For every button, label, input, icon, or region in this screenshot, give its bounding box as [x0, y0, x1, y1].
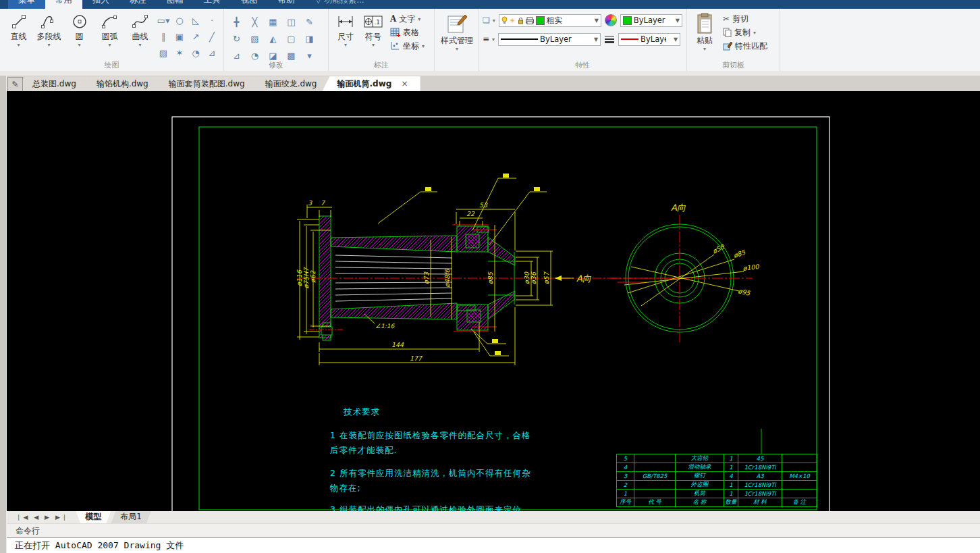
- text-button[interactable]: A 文字▾: [390, 12, 425, 26]
- doc-tab-assembly[interactable]: 总装图.dwg: [18, 76, 88, 91]
- point-icon[interactable]: ·: [204, 12, 220, 28]
- function-search-input[interactable]: 功能搜索...: [324, 0, 374, 9]
- symbol-button[interactable]: .1 符号▾: [359, 12, 387, 47]
- style-manager-button[interactable]: 样式管理▾: [438, 12, 476, 51]
- bom-row-cell: A3: [738, 472, 782, 481]
- bom-row-cell: [782, 481, 817, 490]
- table-button[interactable]: + 表格: [390, 26, 425, 39]
- linetype-dropdown[interactable]: ByLayer ▼: [498, 33, 601, 46]
- command-line-input[interactable]: 正在打开 AutoCAD 2007 Drawing 文件: [7, 537, 980, 553]
- multiline-icon[interactable]: ∥: [155, 28, 171, 45]
- move-icon[interactable]: ╋: [227, 14, 246, 30]
- construction-line-icon[interactable]: ╱: [204, 28, 220, 45]
- color-value: ByLayer: [634, 16, 665, 25]
- bom-row-cell: [634, 454, 676, 463]
- layer-name: 粗实: [547, 16, 562, 26]
- bom-row-cell: [782, 490, 817, 498]
- linetype-sample: [501, 38, 538, 40]
- doc-tab-auger[interactable]: 输面绞龙.dwg: [250, 76, 329, 91]
- bom-row-cell: 1Cr18Ni9Ti: [738, 463, 782, 472]
- doc-tab-barrel-active[interactable]: 输面机筒.dwg ×: [323, 76, 420, 91]
- layer-dropdown-caret[interactable]: ▼: [595, 18, 599, 24]
- circle-label: 圆: [76, 31, 84, 43]
- layer-dropdown[interactable]: ☀ 粗实 ▼: [499, 14, 601, 27]
- document-tab-bar: 总装图.dwg 输馅机构.dwg 输面套筒装配图.dwg 输面绞龙.dwg 输面…: [0, 76, 980, 91]
- bom-row-cell: 机筒: [676, 490, 724, 498]
- polyline-button[interactable]: 多段线▾: [34, 12, 64, 47]
- ribbon-tab-help[interactable]: 帮助: [268, 0, 305, 9]
- drawing-canvas[interactable]: 3 7 53 22 ø116 ø75H7 ø62 ø73 ø48f6 ø85 ø…: [7, 91, 980, 511]
- ribbon-tab-view[interactable]: 视图: [231, 0, 268, 9]
- lineweight-icon[interactable]: [604, 35, 615, 43]
- spline-button[interactable]: 曲线▾: [125, 12, 155, 47]
- ribbon-tab-annotate[interactable]: 标注: [119, 0, 157, 9]
- doc-tab-label: 输面绞龙.dwg: [265, 79, 317, 88]
- match-properties-label: 特性匹配: [735, 41, 767, 52]
- svg-text:22: 22: [466, 210, 475, 217]
- lineweight-dropdown-caret[interactable]: ▼: [674, 36, 678, 43]
- bom-row-cell: [782, 463, 817, 472]
- array-icon[interactable]: ▦: [264, 14, 282, 30]
- layout1-tab[interactable]: 布局1: [111, 511, 151, 523]
- close-tab-icon[interactable]: ×: [402, 79, 408, 88]
- polyline-label: 多段线: [37, 31, 61, 43]
- paste-button[interactable]: 粘贴▾: [690, 12, 719, 51]
- circle-button[interactable]: 圆▾: [64, 12, 94, 47]
- doc-tab-filling-mech[interactable]: 输馅机构.dwg: [82, 76, 161, 91]
- doc-tab-label: 总装图.dwg: [32, 79, 76, 88]
- bom-row: 4滑动轴承11Cr18Ni9Ti: [617, 463, 817, 472]
- hatch-icon[interactable]: ▨: [155, 45, 171, 61]
- boundary-icon[interactable]: ⊿: [204, 45, 220, 61]
- copy-object-icon[interactable]: ◫: [282, 14, 300, 30]
- arc-button[interactable]: 圆弧▾: [94, 12, 125, 47]
- dimension-button[interactable]: 尺寸▾: [332, 12, 359, 47]
- bom-row-cell: [634, 463, 676, 472]
- rotate-icon[interactable]: ↻: [227, 30, 246, 47]
- left-dock-strip: [0, 76, 7, 553]
- ribbon-edge: [0, 71, 980, 76]
- region-icon[interactable]: ▣: [171, 28, 188, 45]
- cut-button[interactable]: ✂ 剪切: [723, 12, 767, 26]
- wipeout-icon[interactable]: ◔: [188, 45, 204, 61]
- bom-header-row-cell: 数量: [724, 498, 738, 507]
- trim-icon[interactable]: ╳: [246, 14, 264, 30]
- ellipse-icon[interactable]: ○: [171, 12, 188, 28]
- bom-header-row: 序号代 号名 称数量材 料备 注: [617, 498, 817, 507]
- command-panel-header[interactable]: 命令行: [7, 523, 980, 537]
- erase-icon[interactable]: ✎: [300, 14, 319, 30]
- search-icon[interactable]: ▽: [305, 0, 324, 9]
- coordinate-button[interactable]: 坐标▾: [390, 39, 425, 53]
- doc-tab-sleeve-assembly[interactable]: 输面套筒装配图.dwg: [154, 76, 257, 91]
- color-dropdown-caret[interactable]: ▼: [676, 18, 680, 24]
- quick-text-tool-icon[interactable]: ✎: [11, 78, 18, 90]
- rectangle-icon[interactable]: ▭▾: [155, 12, 171, 28]
- color-wheel-icon[interactable]: [605, 14, 617, 26]
- ribbon-tab-tools[interactable]: 工具: [194, 0, 231, 9]
- svg-text:A向: A向: [671, 203, 686, 213]
- bom-row-cell: 1: [617, 490, 634, 498]
- linetype-manager-icon[interactable]: ≡▾: [483, 32, 495, 46]
- ribbon-tab-home[interactable]: 常用: [45, 0, 82, 9]
- mirror-icon[interactable]: ◭: [264, 30, 282, 47]
- revision-cloud-icon[interactable]: ↗: [188, 28, 204, 45]
- tab-nav-icons[interactable]: ❘◀ ◀ ▶ ▶❘: [16, 514, 69, 521]
- polygon-icon[interactable]: ◺: [188, 12, 204, 28]
- block-icon[interactable]: ✶: [171, 45, 188, 61]
- svg-text:ø85: ø85: [732, 248, 746, 259]
- linetype-dropdown-caret[interactable]: ▼: [594, 36, 598, 43]
- copy-button[interactable]: 复制▾: [723, 26, 767, 39]
- stretch-icon[interactable]: ◨: [300, 30, 319, 47]
- extend-icon[interactable]: ▧: [246, 30, 264, 47]
- layer-properties-icon[interactable]: ❏▾: [483, 14, 495, 27]
- offset-icon[interactable]: ▢: [282, 30, 300, 47]
- circle-icon: [72, 12, 88, 31]
- ribbon-tab-sheet[interactable]: 图幅: [157, 0, 194, 9]
- bom-header-row-cell: 序号: [617, 498, 634, 507]
- lineweight-dropdown[interactable]: ByLayer ▼: [618, 33, 680, 46]
- line-button[interactable]: 直线▾: [3, 12, 34, 47]
- menu-button[interactable]: 菜单: [8, 0, 45, 9]
- match-properties-button[interactable]: 特性匹配: [723, 39, 767, 53]
- color-dropdown[interactable]: ByLayer ▼: [620, 14, 682, 27]
- model-tab[interactable]: 模型: [76, 511, 111, 523]
- ribbon-tab-insert[interactable]: 插入: [82, 0, 119, 9]
